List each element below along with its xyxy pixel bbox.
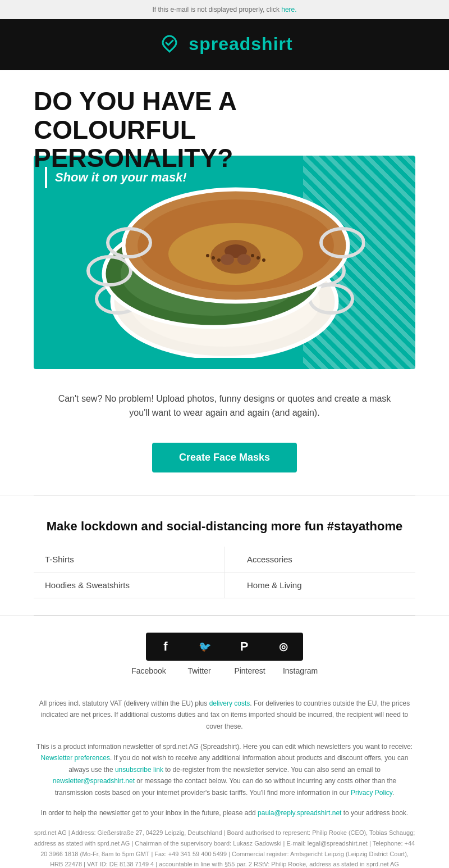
svg-point-28 bbox=[256, 256, 260, 260]
vat-paragraph: All prices incl. statutory VAT (delivery… bbox=[34, 698, 415, 732]
newsletter-preferences-link[interactable]: Newsletter preferences bbox=[41, 754, 110, 762]
twitter-label: Twitter bbox=[180, 666, 219, 675]
logo-text: spreadshirt bbox=[189, 34, 292, 54]
hero-banner-text: Show it on your mask! bbox=[45, 167, 195, 188]
pinterest-icon-wrap[interactable]: P bbox=[224, 633, 264, 661]
facebook-icon: f bbox=[163, 639, 167, 654]
newsletter-text: This is a product information newsletter… bbox=[36, 743, 413, 751]
hero-background: Show it on your mask! bbox=[34, 156, 415, 369]
social-icons-row: f 🐦 P ◎ bbox=[34, 633, 415, 661]
category-grid: T-Shirts Accessories Hoodies & Sweatshir… bbox=[34, 547, 415, 598]
svg-point-22 bbox=[221, 254, 234, 265]
svg-point-23 bbox=[237, 254, 251, 265]
newsletter-email-link[interactable]: newsletter@spreadshirt.net bbox=[53, 777, 135, 785]
instagram-icon-wrap[interactable]: ◎ bbox=[264, 633, 303, 661]
svg-point-29 bbox=[262, 258, 265, 262]
inbox-paragraph: In order to help the newsletter get to y… bbox=[34, 807, 415, 819]
pinterest-icon: P bbox=[240, 639, 249, 654]
pinterest-label: Pinterest bbox=[230, 666, 269, 675]
logo-section: spreadshirt bbox=[0, 19, 449, 70]
top-bar: If this e-mail is not displayed properly… bbox=[0, 0, 449, 19]
instagram-icon: ◎ bbox=[279, 640, 288, 653]
newsletter-text3: to de-register from the newsletter servi… bbox=[163, 766, 381, 774]
newsletter-paragraph: This is a product information newsletter… bbox=[34, 741, 415, 798]
lockdown-title: Make lockdown and social-distancing more… bbox=[34, 518, 415, 535]
footer-section: All prices incl. statutory VAT (delivery… bbox=[0, 687, 449, 868]
svg-point-25 bbox=[212, 256, 215, 260]
footer-address: sprd.net AG | Address: Gießerstraße 27, … bbox=[34, 828, 415, 868]
newsletter-text5: . bbox=[392, 789, 394, 797]
spreadshirt-logo-icon bbox=[156, 30, 183, 57]
social-section: f 🐦 P ◎ Facebook Twitter Pinterest Insta… bbox=[0, 616, 449, 687]
hero-image-area: Show it on your mask! bbox=[34, 156, 415, 369]
delivery-costs-link[interactable]: delivery costs bbox=[209, 699, 250, 707]
hero-headline: DO YOU HAVE A COLOURFUL PERSONALITY? bbox=[34, 87, 269, 172]
vat-text: All prices incl. statutory VAT (delivery… bbox=[39, 699, 209, 707]
category-item-accessories[interactable]: Accessories bbox=[224, 547, 415, 572]
description-section: Can't sew? No problem! Upload photos, fu… bbox=[0, 380, 449, 437]
svg-point-27 bbox=[251, 254, 254, 257]
inbox-email-link[interactable]: paula@reply.spreadshirt.net bbox=[258, 809, 341, 817]
create-face-masks-button[interactable]: Create Face Masks bbox=[152, 443, 297, 472]
cta-section: Create Face Masks bbox=[0, 437, 449, 495]
description-text: Can't sew? No problem! Upload photos, fu… bbox=[56, 392, 393, 420]
hero-section: DO YOU HAVE A COLOURFUL PERSONALITY? Sho… bbox=[0, 70, 449, 380]
topbar-link[interactable]: here. bbox=[281, 6, 296, 13]
logo-inner: spreadshirt bbox=[156, 30, 292, 57]
topbar-text: If this e-mail is not displayed properly… bbox=[152, 6, 281, 13]
facebook-label: Facebook bbox=[129, 666, 168, 675]
category-item-tshirts[interactable]: T-Shirts bbox=[34, 547, 224, 572]
instagram-label: Instagram bbox=[281, 666, 320, 675]
email-wrapper: If this e-mail is not displayed properly… bbox=[0, 0, 449, 868]
svg-point-26 bbox=[217, 258, 221, 262]
unsubscribe-link[interactable]: unsubscribe link bbox=[115, 766, 163, 774]
privacy-policy-link[interactable]: Privacy Policy bbox=[351, 789, 392, 797]
category-item-home-living[interactable]: Home & Living bbox=[224, 572, 415, 598]
masks-svg bbox=[84, 167, 365, 358]
inbox-text2: to your address book. bbox=[341, 809, 408, 817]
facebook-icon-wrap[interactable]: f bbox=[146, 633, 185, 661]
inbox-text: In order to help the newsletter get to y… bbox=[41, 809, 258, 817]
category-item-hoodies[interactable]: Hoodies & Sweatshirts bbox=[34, 572, 224, 598]
svg-point-24 bbox=[206, 254, 209, 257]
lockdown-section: Make lockdown and social-distancing more… bbox=[0, 496, 449, 615]
twitter-icon-wrap[interactable]: 🐦 bbox=[185, 633, 224, 661]
social-labels: Facebook Twitter Pinterest Instagram bbox=[34, 666, 415, 675]
twitter-icon: 🐦 bbox=[199, 640, 211, 653]
